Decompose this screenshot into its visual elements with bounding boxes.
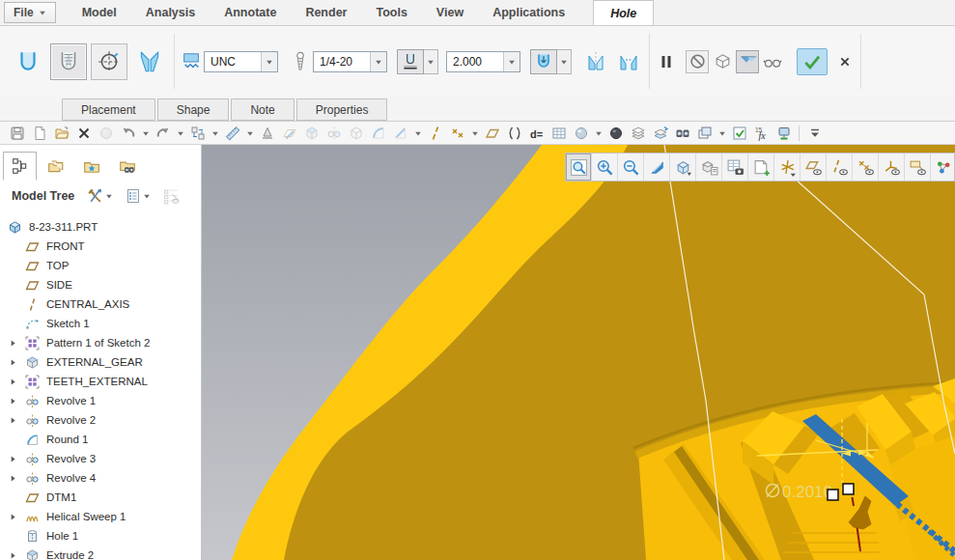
menu-item-annotate[interactable]: Annotate bbox=[210, 0, 291, 25]
dropdown-arrow[interactable] bbox=[139, 123, 152, 143]
tree-item-hole-1[interactable]: Hole 1 bbox=[0, 526, 201, 546]
tree-item-top[interactable]: TOP bbox=[0, 256, 201, 275]
history-tab[interactable] bbox=[110, 152, 144, 181]
folder-browser-tab[interactable] bbox=[39, 152, 72, 181]
placement-drag-handle[interactable] bbox=[828, 490, 838, 500]
exit-countersink-button[interactable] bbox=[581, 47, 610, 76]
tree-item-8-23-311-prt[interactable]: 8-23-311.PRT bbox=[0, 217, 201, 237]
depth-direction-splitbutton[interactable] bbox=[530, 49, 572, 74]
regenerate-icon[interactable] bbox=[186, 123, 209, 143]
tree-item-round-1[interactable]: Round 1 bbox=[0, 430, 201, 449]
chevron-down-icon[interactable] bbox=[503, 52, 520, 71]
tree-item-helical-sweep-1[interactable]: Helical Sweep 1 bbox=[0, 507, 201, 526]
appearance-icon[interactable] bbox=[570, 123, 592, 143]
expand-arrow-icon[interactable] bbox=[8, 415, 25, 426]
tab-hole[interactable]: Hole bbox=[593, 0, 654, 25]
point-display-icon[interactable] bbox=[853, 154, 879, 181]
material-ball-icon[interactable] bbox=[95, 123, 117, 143]
depth-direction-icon[interactable] bbox=[530, 49, 557, 74]
subtab-properties[interactable]: Properties bbox=[296, 98, 388, 121]
hole-diameter-value[interactable]: 0.2010 bbox=[782, 483, 832, 501]
expand-arrow-icon[interactable] bbox=[8, 550, 25, 560]
windows-icon[interactable] bbox=[693, 123, 716, 143]
datum-plane-icon[interactable] bbox=[481, 123, 503, 143]
menu-item-model[interactable]: Model bbox=[68, 0, 131, 25]
attached-preview-button[interactable] bbox=[736, 50, 759, 73]
tree-item-sketch-1[interactable]: Sketch 1 bbox=[0, 314, 201, 333]
chevron-down-icon[interactable] bbox=[261, 52, 277, 71]
expand-arrow-icon[interactable] bbox=[8, 396, 25, 406]
extrude-icon[interactable] bbox=[300, 123, 323, 143]
depth-option-icon[interactable] bbox=[397, 49, 424, 74]
sketch-plane-icon[interactable] bbox=[278, 123, 300, 143]
graphics-area[interactable]: 0.2010 bbox=[202, 145, 955, 560]
simple-hole-button[interactable] bbox=[10, 43, 46, 80]
subtab-placement[interactable]: Placement bbox=[62, 98, 155, 121]
tree-item-revolve-2[interactable]: Revolve 2 bbox=[0, 410, 201, 430]
expand-arrow-icon[interactable] bbox=[8, 377, 25, 387]
menu-item-render[interactable]: Render bbox=[291, 0, 361, 25]
tree-item-side[interactable]: SIDE bbox=[0, 275, 201, 294]
tree-item-pattern-1-of-sketch-2[interactable]: Pattern 1 of Sketch 2 bbox=[0, 333, 201, 352]
menu-item-analysis[interactable]: Analysis bbox=[131, 0, 210, 25]
spin-center-icon[interactable] bbox=[931, 154, 955, 181]
menu-item-view[interactable]: View bbox=[422, 0, 478, 25]
table-icon[interactable] bbox=[548, 123, 570, 143]
revolve-icon[interactable] bbox=[323, 123, 345, 143]
close-window-icon[interactable] bbox=[72, 123, 95, 143]
tree-item-front[interactable]: FRONT bbox=[0, 237, 201, 256]
zoom-out-icon[interactable] bbox=[618, 154, 644, 181]
thread-series-combobox[interactable]: UNC bbox=[204, 51, 278, 72]
expand-arrow-icon[interactable] bbox=[8, 512, 25, 522]
tree-item-revolve-3[interactable]: Revolve 3 bbox=[0, 449, 201, 468]
undo-icon[interactable] bbox=[117, 123, 139, 143]
dropdown-arrow[interactable] bbox=[243, 123, 256, 143]
plane-display-icon[interactable] bbox=[801, 154, 827, 181]
refit-icon[interactable] bbox=[566, 154, 592, 181]
tree-filters-button[interactable] bbox=[126, 188, 151, 204]
tree-item-revolve-4[interactable]: Revolve 4 bbox=[0, 468, 201, 488]
parameters-icon[interactable] bbox=[750, 123, 772, 143]
annotation-display-icon[interactable] bbox=[905, 154, 931, 181]
expand-arrow-icon[interactable] bbox=[8, 454, 25, 464]
coord-system-icon[interactable] bbox=[503, 123, 525, 143]
layers-icon[interactable] bbox=[627, 123, 649, 143]
dropdown-arrow[interactable] bbox=[209, 123, 221, 143]
model-tree-tab[interactable] bbox=[3, 152, 37, 181]
chevron-down-icon[interactable] bbox=[557, 49, 572, 74]
file-menu-button[interactable]: File bbox=[4, 2, 56, 23]
ok-button[interactable] bbox=[797, 48, 828, 75]
menu-item-applications[interactable]: Applications bbox=[478, 0, 579, 25]
repaint-icon[interactable] bbox=[644, 154, 670, 181]
open-icon[interactable] bbox=[50, 123, 72, 143]
scene-icon[interactable] bbox=[604, 123, 627, 143]
save-icon[interactable] bbox=[6, 123, 28, 143]
unattached-preview-button[interactable] bbox=[711, 50, 734, 73]
datum-axis-icon[interactable] bbox=[424, 123, 446, 143]
wire-box-icon[interactable] bbox=[345, 123, 367, 143]
tree-item-external-gear[interactable]: EXTERNAL_GEAR bbox=[0, 352, 201, 372]
chevron-down-icon[interactable] bbox=[424, 49, 438, 74]
cancel-button[interactable] bbox=[833, 50, 857, 73]
dropdown-arrow[interactable] bbox=[411, 123, 424, 143]
tree-item-extrude-2[interactable]: Extrude 2 bbox=[0, 546, 201, 560]
saved-views-icon[interactable] bbox=[696, 154, 722, 181]
csys-display-icon[interactable] bbox=[879, 154, 905, 181]
exit-counterbore-button[interactable] bbox=[614, 47, 643, 76]
screw-size-combobox[interactable]: 1/4-20 bbox=[313, 51, 387, 72]
display-style-icon[interactable] bbox=[670, 154, 696, 181]
datum-display-icon[interactable] bbox=[774, 154, 801, 181]
round-icon[interactable] bbox=[367, 123, 389, 143]
dropdown-arrow[interactable] bbox=[592, 123, 604, 143]
favorites-tab[interactable] bbox=[74, 152, 108, 181]
datum-point-icon[interactable] bbox=[446, 123, 468, 143]
redo-icon[interactable] bbox=[152, 123, 174, 143]
tree-item-central-axis[interactable]: CENTRAL_AXIS bbox=[0, 294, 201, 314]
dropdown-arrow[interactable] bbox=[716, 123, 728, 143]
subtab-note[interactable]: Note bbox=[231, 98, 294, 121]
expand-arrow-icon[interactable] bbox=[8, 357, 25, 368]
axis-display-icon[interactable] bbox=[827, 154, 853, 181]
tasks-icon[interactable] bbox=[728, 123, 750, 143]
tree-tools-button[interactable] bbox=[87, 188, 113, 205]
verify-button[interactable] bbox=[761, 50, 784, 73]
